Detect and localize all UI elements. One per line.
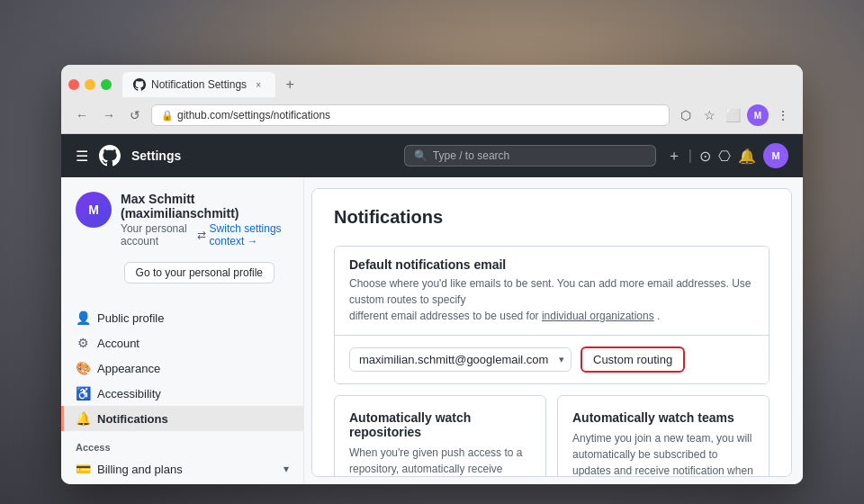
billing-icon: 💳 (76, 462, 90, 476)
new-tab-button[interactable]: + (279, 74, 301, 95)
person-icon: 👤 (76, 310, 90, 325)
cast-icon[interactable]: ⬡ (677, 106, 695, 124)
appearance-icon: 🎨 (76, 361, 90, 375)
close-window-button[interactable] (68, 79, 79, 90)
browser-tab[interactable]: Notification Settings × (122, 72, 275, 97)
back-button[interactable]: ← (72, 106, 92, 124)
github-header-actions: ＋ | ⊙ ⎔ 🔔 M (667, 143, 788, 168)
sidebar-item-accessibility[interactable]: ♿ Accessibility (61, 381, 303, 406)
plus-icon[interactable]: ＋ (667, 147, 681, 166)
user-info: Max Schmitt (maximilianschmitt) Your per… (121, 192, 289, 248)
browser-window: Notification Settings × + ← → ↺ 🔒 github… (61, 65, 803, 484)
default-email-desc: Choose where you'd like emails to be sen… (349, 275, 754, 324)
default-email-header: Default notifications email Choose where… (335, 247, 769, 336)
default-email-section: Default notifications email Choose where… (334, 246, 770, 384)
go-to-profile-button[interactable]: Go to your personal profile (124, 262, 274, 284)
sidebar-item-emails[interactable]: ✉ Emails (61, 482, 303, 484)
forward-button[interactable]: → (99, 106, 119, 124)
notification-bell-icon: 🔔 (76, 411, 90, 426)
search-icon: 🔍 (414, 149, 428, 162)
hamburger-menu-icon[interactable]: ☰ (76, 148, 88, 165)
sidebar-item-account[interactable]: ⚙ Account (61, 330, 303, 356)
browser-menu-icon[interactable]: ⋮ (774, 106, 792, 124)
watch-repos-title: Automatically watch repositories (349, 410, 531, 439)
user-profile-section: M Max Schmitt (maximilianschmitt) Your p… (61, 192, 303, 262)
account-icon: ⚙ (76, 336, 90, 350)
sidebar-item-appearance[interactable]: 🎨 Appearance (61, 356, 303, 381)
sidebar-item-public-profile[interactable]: 👤 Public profile (61, 305, 303, 330)
watch-repos-card: Automatically watch repositories When yo… (334, 395, 546, 477)
settings-header-label: Settings (131, 148, 181, 163)
watch-teams-title: Automatically watch teams (572, 410, 754, 425)
main-content: M Max Schmitt (maximilianschmitt) Your p… (61, 177, 803, 484)
default-email-title: Default notifications email (349, 257, 754, 272)
url-text: github.com/settings/notifications (177, 109, 330, 122)
sidebar-item-notifications[interactable]: 🔔 Notifications (61, 406, 303, 431)
profile-btn-row: Go to your personal profile (61, 262, 303, 305)
settings-sidebar: M Max Schmitt (maximilianschmitt) Your p… (61, 177, 304, 484)
custom-routing-button[interactable]: Custom routing (580, 346, 685, 373)
bookmark-icon[interactable]: ☆ (700, 106, 718, 124)
issues-icon[interactable]: ⊙ (699, 148, 711, 165)
tab-bar: Notification Settings × + (61, 65, 803, 97)
browser-profile-avatar[interactable]: M (747, 104, 769, 126)
watch-teams-desc: Anytime you join a new team, you will au… (572, 430, 754, 477)
search-placeholder: Type / to search (433, 149, 509, 162)
github-logo-icon (99, 145, 121, 166)
maximize-window-button[interactable] (101, 79, 112, 90)
page-title: Notifications (334, 207, 770, 228)
browser-chrome: Notification Settings × + ← → ↺ 🔒 github… (61, 65, 803, 134)
sidebar-nav: 👤 Public profile ⚙ Account 🎨 Appearance … (61, 305, 303, 484)
chevron-down-icon: ▾ (284, 463, 289, 475)
divider-icon: | (688, 148, 692, 164)
reload-button[interactable]: ↺ (126, 106, 144, 124)
email-row: maximilian.schmitt@googlemail.com Custom… (335, 336, 769, 383)
user-sub-label: Your personal account ⇄ Switch settings … (121, 222, 289, 248)
sidebar-item-billing[interactable]: 💳 Billing and plans ▾ (61, 456, 303, 482)
access-section-label: Access (61, 431, 303, 456)
email-select[interactable]: maximilian.schmitt@googlemail.com (349, 347, 572, 372)
accessibility-icon: ♿ (76, 386, 90, 400)
watch-teams-card: Automatically watch teams Anytime you jo… (557, 395, 770, 477)
pullrequests-icon[interactable]: ⎔ (718, 148, 731, 165)
minimize-window-button[interactable] (85, 79, 95, 90)
url-input[interactable]: 🔒 github.com/settings/notifications (151, 104, 670, 126)
user-display-name: Max Schmitt (maximilianschmitt) (121, 192, 289, 220)
browser-bar-actions: ⬡ ☆ ⬜ M ⋮ (677, 104, 792, 126)
github-search[interactable]: 🔍 Type / to search (404, 145, 656, 166)
url-bar: ← → ↺ 🔒 github.com/settings/notification… (61, 97, 803, 133)
user-avatar-header[interactable]: M (763, 143, 788, 168)
traffic-lights (68, 79, 112, 90)
switch-context-link[interactable]: Switch settings context → (210, 222, 289, 248)
tab-favicon-icon (133, 78, 146, 91)
tab-close-button[interactable]: × (252, 78, 265, 91)
watch-repos-desc: When you're given push access to a repos… (349, 445, 531, 477)
bell-icon[interactable]: 🔔 (738, 148, 756, 165)
lock-icon: 🔒 (161, 110, 174, 122)
tab-title: Notification Settings (151, 78, 247, 91)
individual-orgs-link[interactable]: individual organizations (542, 310, 654, 322)
two-column-section: Automatically watch repositories When yo… (334, 395, 770, 477)
email-select-wrapper: maximilian.schmitt@googlemail.com (349, 347, 572, 372)
notifications-panel: Notifications Default notifications emai… (311, 188, 792, 477)
avatar: M (76, 192, 112, 228)
extensions-icon[interactable]: ⬜ (724, 106, 742, 124)
page-content: Notifications Default notifications emai… (304, 177, 803, 484)
github-app-header: ☰ Settings 🔍 Type / to search ＋ | ⊙ ⎔ 🔔 … (61, 134, 803, 177)
